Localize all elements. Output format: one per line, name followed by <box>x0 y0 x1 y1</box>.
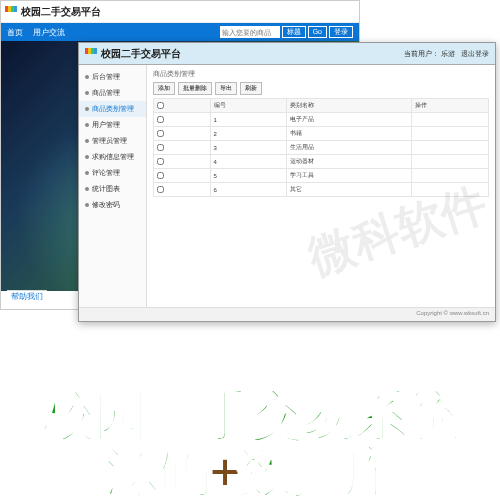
frontend-footer-link[interactable]: 帮助我们 <box>7 290 47 303</box>
sidebar-item[interactable]: 修改密码 <box>79 197 146 213</box>
admin-window: 校园二手交易平台 当前用户： 乐游 退出登录 后台管理 商品管理 商品类别管理 … <box>78 42 496 322</box>
promo-line-2: 源码+数据库 <box>0 443 500 500</box>
row-checkbox[interactable] <box>157 158 164 165</box>
check-all[interactable] <box>157 102 164 109</box>
sidebar-item[interactable]: 管理员管理 <box>79 133 146 149</box>
batch-delete-button[interactable]: 批量删除 <box>178 82 212 95</box>
promo-overlay: 校园二手交易系统 源码+数据库 <box>0 387 500 500</box>
cell-name: 学习工具 <box>287 169 412 183</box>
export-button[interactable]: 导出 <box>215 82 237 95</box>
cell-action[interactable] <box>412 169 489 183</box>
cell-action[interactable] <box>412 183 489 197</box>
nav-home[interactable]: 首页 <box>7 27 23 38</box>
cell-action[interactable] <box>412 113 489 127</box>
search-select[interactable]: 标题 <box>282 26 306 38</box>
sidebar-item[interactable]: 后台管理 <box>79 69 146 85</box>
current-user: 当前用户： 乐游 退出登录 <box>404 49 489 59</box>
logout-link[interactable]: 退出登录 <box>461 50 489 57</box>
admin-title: 校园二手交易平台 <box>101 47 181 61</box>
table-row: 2书籍 <box>154 127 489 141</box>
table-row: 5学习工具 <box>154 169 489 183</box>
cell-action[interactable] <box>412 141 489 155</box>
cell-action[interactable] <box>412 155 489 169</box>
cell-id: 1 <box>210 113 287 127</box>
sidebar-item[interactable]: 统计图表 <box>79 181 146 197</box>
row-checkbox[interactable] <box>157 186 164 193</box>
cell-id: 2 <box>210 127 287 141</box>
table-row: 6其它 <box>154 183 489 197</box>
search-input[interactable] <box>220 26 280 38</box>
row-checkbox[interactable] <box>157 130 164 137</box>
cell-action[interactable] <box>412 127 489 141</box>
cell-name: 生活用品 <box>287 141 412 155</box>
promo-line-1: 校园二手交易系统 <box>0 387 500 444</box>
col-check <box>154 99 211 113</box>
cell-name: 其它 <box>287 183 412 197</box>
logo-icon <box>5 6 17 18</box>
admin-header: 校园二手交易平台 当前用户： 乐游 退出登录 <box>79 43 495 65</box>
row-checkbox[interactable] <box>157 144 164 151</box>
sidebar-item[interactable]: 评论管理 <box>79 165 146 181</box>
admin-toolbar: 添加 批量删除 导出 刷新 <box>153 82 489 95</box>
login-button[interactable]: 登录 <box>329 26 353 38</box>
col-id: 编号 <box>210 99 287 113</box>
sidebar-item[interactable]: 商品管理 <box>79 85 146 101</box>
col-name: 类别名称 <box>287 99 412 113</box>
sidebar-item[interactable]: 求购信息管理 <box>79 149 146 165</box>
add-button[interactable]: 添加 <box>153 82 175 95</box>
sidebar-item[interactable]: 用户管理 <box>79 117 146 133</box>
table-row: 1电子产品 <box>154 113 489 127</box>
cell-id: 5 <box>210 169 287 183</box>
table-row: 3生活用品 <box>154 141 489 155</box>
search-go-button[interactable]: Go <box>308 26 327 38</box>
frontend-header: 校园二手交易平台 <box>1 1 359 23</box>
cell-name: 运动器材 <box>287 155 412 169</box>
frontend-nav: 首页 用户交流 标题 Go 登录 <box>1 23 359 41</box>
cell-name: 电子产品 <box>287 113 412 127</box>
admin-footer: Copyright © www.wksoft.cn <box>79 307 495 321</box>
nav-user[interactable]: 用户交流 <box>33 27 65 38</box>
table-header-row: 编号 类别名称 操作 <box>154 99 489 113</box>
admin-main: 商品类别管理 添加 批量删除 导出 刷新 编号 类别名称 操作 1电子产品2书籍… <box>147 65 495 307</box>
cell-id: 4 <box>210 155 287 169</box>
breadcrumb: 商品类别管理 <box>153 69 489 79</box>
sidebar-item[interactable]: 商品类别管理 <box>79 101 146 117</box>
admin-sidebar: 后台管理 商品管理 商品类别管理 用户管理 管理员管理 求购信息管理 评论管理 … <box>79 65 147 307</box>
row-checkbox[interactable] <box>157 172 164 179</box>
cell-name: 书籍 <box>287 127 412 141</box>
category-table: 编号 类别名称 操作 1电子产品2书籍3生活用品4运动器材5学习工具6其它 <box>153 98 489 197</box>
cell-id: 3 <box>210 141 287 155</box>
cell-id: 6 <box>210 183 287 197</box>
col-action: 操作 <box>412 99 489 113</box>
refresh-button[interactable]: 刷新 <box>240 82 262 95</box>
logo-icon <box>85 48 97 60</box>
frontend-title: 校园二手交易平台 <box>21 5 101 19</box>
row-checkbox[interactable] <box>157 116 164 123</box>
table-row: 4运动器材 <box>154 155 489 169</box>
